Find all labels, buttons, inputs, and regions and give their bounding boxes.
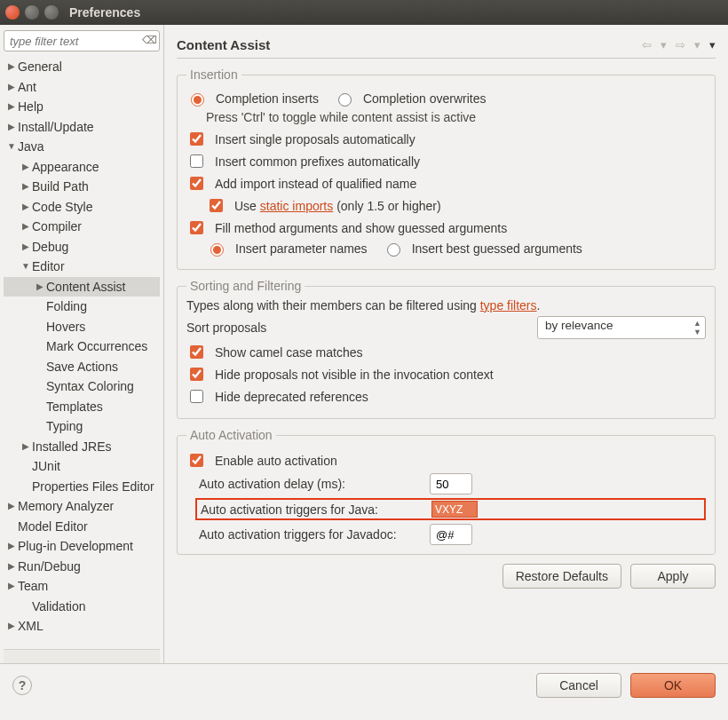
enable-auto-activation-checkbox[interactable] xyxy=(190,454,203,467)
nav-menu-icon[interactable]: ▾ xyxy=(709,38,716,51)
fill-args-checkbox[interactable] xyxy=(190,221,203,234)
tree-item[interactable]: Typing xyxy=(4,416,160,437)
tree-item-label: Mark Occurrences xyxy=(46,336,147,357)
tree-item[interactable]: Model Editor xyxy=(4,517,160,537)
hide-deprecated-checkbox[interactable] xyxy=(190,390,203,403)
tree-item[interactable]: Folding xyxy=(4,297,160,317)
chevron-right-icon[interactable]: ▶ xyxy=(20,237,32,257)
horizontal-scrollbar[interactable] xyxy=(4,649,160,663)
nav-forward-icon[interactable]: ⇨ xyxy=(676,38,685,51)
window-maximize-icon[interactable] xyxy=(44,5,59,20)
chevron-right-icon[interactable]: ▶ xyxy=(20,217,32,237)
nav-back-menu-icon[interactable]: ▾ xyxy=(661,38,667,51)
tree-item[interactable]: Templates xyxy=(4,397,160,417)
ok-button[interactable]: OK xyxy=(630,673,716,698)
auto-delay-input[interactable] xyxy=(430,473,472,495)
window-title: Preferences xyxy=(69,5,140,20)
hide-not-visible-checkbox[interactable] xyxy=(190,368,203,381)
insertion-hint: Press 'Ctrl' to toggle while content ass… xyxy=(186,110,706,124)
restore-defaults-button[interactable]: Restore Defaults xyxy=(502,564,621,589)
nav-back-icon[interactable]: ⇦ xyxy=(642,38,652,51)
chevron-right-icon[interactable]: ▶ xyxy=(5,97,18,117)
chevron-right-icon[interactable]: ▶ xyxy=(34,277,46,297)
triggers-javadoc-input[interactable] xyxy=(430,524,472,545)
tree-item[interactable]: ▶Plug-in Development xyxy=(4,536,160,557)
tree-item[interactable]: ▶XML xyxy=(4,616,160,637)
sorting-legend: Sorting and Filtering xyxy=(186,279,305,293)
window-minimize-icon[interactable] xyxy=(25,5,39,20)
clear-filter-icon[interactable]: ⌫ xyxy=(142,34,156,48)
tree-item[interactable]: ▶General xyxy=(4,57,160,77)
chevron-down-icon[interactable]: ▼ xyxy=(5,137,18,157)
tree-item[interactable]: ▶Installed JREs xyxy=(4,437,160,457)
use-static-imports-checkbox[interactable] xyxy=(210,199,223,212)
tree-item[interactable]: Properties Files Editor xyxy=(4,477,160,497)
sorting-group: Sorting and Filtering Types along with t… xyxy=(177,279,716,419)
tree-item[interactable]: Save Actions xyxy=(4,357,160,377)
hide-not-visible-label: Hide proposals not visible in the invoca… xyxy=(215,368,494,382)
preferences-tree[interactable]: ▶General▶Ant▶Help▶Install/Update▼Java▶Ap… xyxy=(4,57,160,649)
tree-item[interactable]: Validation xyxy=(4,597,160,617)
use-static-imports-label: Use static imports (only 1.5 or higher) xyxy=(234,199,441,213)
tree-item[interactable]: Mark Occurrences xyxy=(4,336,160,357)
chevron-right-icon[interactable]: ▶ xyxy=(20,197,32,218)
tree-item[interactable]: JUnit xyxy=(4,456,160,477)
chevron-right-icon[interactable]: ▶ xyxy=(20,157,32,178)
chevron-right-icon[interactable]: ▶ xyxy=(20,437,32,457)
tree-item[interactable]: ▶Content Assist xyxy=(4,277,160,297)
tree-item-label: Code Style xyxy=(32,197,92,218)
chevron-right-icon[interactable]: ▶ xyxy=(5,57,18,77)
tree-item-label: Validation xyxy=(32,597,85,617)
tree-item[interactable]: Hovers xyxy=(4,317,160,337)
tree-item[interactable]: ▼Java xyxy=(4,137,160,157)
tree-item[interactable]: ▶Compiler xyxy=(4,217,160,237)
cancel-button[interactable]: Cancel xyxy=(536,673,621,698)
tree-item-label: Memory Analyzer xyxy=(18,496,114,517)
tree-item[interactable]: ▶Appearance xyxy=(4,157,160,178)
tree-item-label: Properties Files Editor xyxy=(32,477,154,497)
add-import-checkbox[interactable] xyxy=(190,177,203,190)
insert-single-label: Insert single proposals automatically xyxy=(215,132,415,146)
tree-item[interactable]: ▶Run/Debug xyxy=(4,557,160,577)
tree-item[interactable]: ▼Editor xyxy=(4,257,160,277)
insert-best-guessed-radio[interactable] xyxy=(387,243,400,257)
tree-item[interactable]: ▶Build Path xyxy=(4,177,160,197)
completion-inserts-radio[interactable] xyxy=(191,93,204,107)
insert-param-names-radio[interactable] xyxy=(210,243,224,257)
tree-item[interactable]: ▶Memory Analyzer xyxy=(4,496,160,517)
chevron-right-icon[interactable]: ▶ xyxy=(5,117,18,138)
chevron-right-icon[interactable]: ▶ xyxy=(5,557,18,577)
sort-proposals-select[interactable]: by relevance ▲▼ xyxy=(537,316,706,339)
insert-single-checkbox[interactable] xyxy=(190,132,203,146)
type-filters-link[interactable]: type filters xyxy=(480,298,537,313)
chevron-right-icon[interactable]: ▶ xyxy=(5,77,18,98)
tree-item[interactable]: ▶Team xyxy=(4,576,160,597)
triggers-java-label: Auto activation triggers for Java: xyxy=(197,502,431,517)
filter-input[interactable] xyxy=(4,30,160,51)
tree-item[interactable]: ▶Code Style xyxy=(4,197,160,218)
chevron-down-icon[interactable]: ▼ xyxy=(20,257,32,277)
tree-item[interactable]: ▶Ant xyxy=(4,77,160,98)
chevron-right-icon[interactable]: ▶ xyxy=(5,536,18,557)
tree-item[interactable]: Syntax Coloring xyxy=(4,376,160,397)
tree-item-label: Ant xyxy=(18,77,36,98)
tree-item-label: JUnit xyxy=(32,456,60,477)
insert-common-prefixes-checkbox[interactable] xyxy=(190,154,203,168)
window-close-icon[interactable] xyxy=(5,5,20,20)
tree-item[interactable]: ▶Debug xyxy=(4,237,160,257)
help-icon[interactable]: ? xyxy=(12,676,32,695)
nav-forward-menu-icon[interactable]: ▾ xyxy=(694,38,700,51)
tree-item[interactable]: ▶Help xyxy=(4,97,160,117)
insertion-legend: Insertion xyxy=(186,67,241,82)
camel-case-checkbox[interactable] xyxy=(190,345,203,359)
triggers-java-input[interactable] xyxy=(431,501,478,518)
static-imports-link[interactable]: static imports xyxy=(260,199,333,213)
tree-item[interactable]: ▶Install/Update xyxy=(4,117,160,138)
chevron-right-icon[interactable]: ▶ xyxy=(20,177,32,197)
chevron-right-icon[interactable]: ▶ xyxy=(5,496,18,517)
apply-button[interactable]: Apply xyxy=(630,564,716,589)
completion-overwrites-radio[interactable] xyxy=(338,93,352,107)
chevron-right-icon[interactable]: ▶ xyxy=(5,576,18,597)
chevron-right-icon[interactable]: ▶ xyxy=(5,616,18,637)
completion-overwrites-label: Completion overwrites xyxy=(363,91,487,106)
